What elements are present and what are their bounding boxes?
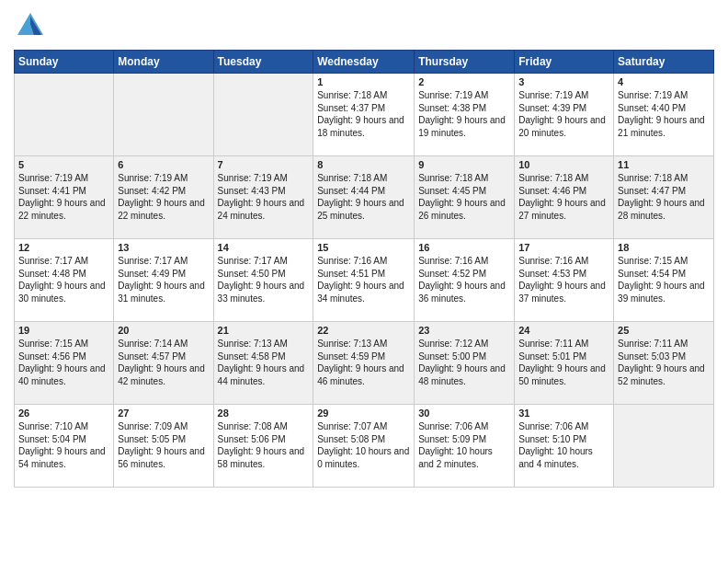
calendar-header-wednesday: Wednesday: [313, 51, 415, 74]
day-info: Sunrise: 7:18 AMSunset: 4:45 PMDaylight:…: [418, 172, 510, 222]
calendar-cell: 28Sunrise: 7:08 AMSunset: 5:06 PMDayligh…: [213, 405, 313, 488]
day-number: 27: [118, 408, 209, 419]
calendar-cell: 24Sunrise: 7:11 AMSunset: 5:01 PMDayligh…: [515, 322, 614, 405]
day-number: 25: [618, 325, 710, 336]
calendar-cell: 8Sunrise: 7:18 AMSunset: 4:44 PMDaylight…: [313, 156, 415, 239]
day-number: 29: [317, 408, 410, 419]
day-number: 4: [618, 76, 710, 87]
day-number: 8: [317, 159, 410, 170]
day-info: Sunrise: 7:16 AMSunset: 4:51 PMDaylight:…: [317, 255, 410, 304]
calendar-cell: 14Sunrise: 7:17 AMSunset: 4:50 PMDayligh…: [213, 239, 313, 322]
calendar-cell: 10Sunrise: 7:18 AMSunset: 4:46 PMDayligh…: [515, 156, 614, 239]
day-info: Sunrise: 7:19 AMSunset: 4:42 PMDaylight:…: [118, 172, 209, 222]
calendar-cell: 25Sunrise: 7:11 AMSunset: 5:03 PMDayligh…: [614, 322, 714, 405]
day-info: Sunrise: 7:10 AMSunset: 5:04 PMDaylight:…: [18, 420, 109, 470]
calendar-cell: 31Sunrise: 7:06 AMSunset: 5:10 PMDayligh…: [515, 405, 614, 488]
day-number: 10: [518, 159, 609, 170]
day-number: 28: [218, 408, 310, 419]
calendar-cell: 18Sunrise: 7:15 AMSunset: 4:54 PMDayligh…: [614, 239, 714, 322]
day-number: 9: [418, 159, 510, 170]
calendar-cell: 3Sunrise: 7:19 AMSunset: 4:39 PMDaylight…: [515, 74, 614, 156]
calendar-cell: 13Sunrise: 7:17 AMSunset: 4:49 PMDayligh…: [114, 239, 213, 322]
day-info: Sunrise: 7:19 AMSunset: 4:40 PMDaylight:…: [618, 89, 710, 139]
calendar-cell: 16Sunrise: 7:16 AMSunset: 4:52 PMDayligh…: [415, 239, 515, 322]
calendar-cell: 11Sunrise: 7:18 AMSunset: 4:47 PMDayligh…: [614, 156, 714, 239]
calendar-header-thursday: Thursday: [415, 51, 515, 74]
calendar-cell: 15Sunrise: 7:16 AMSunset: 4:51 PMDayligh…: [313, 239, 415, 322]
calendar-header-row: SundayMondayTuesdayWednesdayThursdayFrid…: [15, 51, 714, 74]
logo: [14, 9, 52, 42]
day-info: Sunrise: 7:19 AMSunset: 4:43 PMDaylight:…: [218, 172, 310, 222]
day-info: Sunrise: 7:18 AMSunset: 4:44 PMDaylight:…: [317, 172, 410, 222]
day-number: 12: [18, 242, 109, 253]
calendar-cell: [114, 74, 213, 156]
calendar-week-1: 5Sunrise: 7:19 AMSunset: 4:41 PMDaylight…: [15, 156, 714, 239]
calendar-cell: 12Sunrise: 7:17 AMSunset: 4:48 PMDayligh…: [15, 239, 114, 322]
calendar-header-saturday: Saturday: [614, 51, 714, 74]
day-number: 15: [317, 242, 410, 253]
calendar-header-tuesday: Tuesday: [213, 51, 313, 74]
day-info: Sunrise: 7:13 AMSunset: 4:58 PMDaylight:…: [218, 338, 310, 387]
calendar-header-friday: Friday: [515, 51, 614, 74]
day-info: Sunrise: 7:06 AMSunset: 5:10 PMDaylight:…: [518, 420, 609, 470]
day-number: 23: [418, 325, 510, 336]
day-info: Sunrise: 7:18 AMSunset: 4:37 PMDaylight:…: [317, 89, 410, 139]
day-info: Sunrise: 7:06 AMSunset: 5:09 PMDaylight:…: [418, 420, 510, 470]
day-info: Sunrise: 7:17 AMSunset: 4:48 PMDaylight:…: [18, 255, 109, 304]
day-info: Sunrise: 7:15 AMSunset: 4:56 PMDaylight:…: [18, 338, 109, 387]
calendar-cell: 30Sunrise: 7:06 AMSunset: 5:09 PMDayligh…: [415, 405, 515, 488]
day-number: 20: [118, 325, 209, 336]
day-number: 7: [218, 159, 310, 170]
day-info: Sunrise: 7:17 AMSunset: 4:50 PMDaylight:…: [218, 255, 310, 304]
day-info: Sunrise: 7:11 AMSunset: 5:03 PMDaylight:…: [618, 338, 710, 387]
day-info: Sunrise: 7:08 AMSunset: 5:06 PMDaylight:…: [218, 420, 310, 470]
day-number: 30: [418, 408, 510, 419]
calendar-week-0: 1Sunrise: 7:18 AMSunset: 4:37 PMDaylight…: [15, 74, 714, 156]
day-info: Sunrise: 7:12 AMSunset: 5:00 PMDaylight:…: [418, 338, 510, 387]
header: [14, 9, 714, 42]
logo-icon: [14, 9, 47, 42]
day-info: Sunrise: 7:19 AMSunset: 4:39 PMDaylight:…: [518, 89, 609, 139]
day-number: 13: [118, 242, 209, 253]
day-number: 16: [418, 242, 510, 253]
calendar-cell: 5Sunrise: 7:19 AMSunset: 4:41 PMDaylight…: [15, 156, 114, 239]
calendar: SundayMondayTuesdayWednesdayThursdayFrid…: [14, 50, 714, 488]
day-info: Sunrise: 7:19 AMSunset: 4:38 PMDaylight:…: [418, 89, 510, 139]
calendar-cell: [15, 74, 114, 156]
calendar-cell: 29Sunrise: 7:07 AMSunset: 5:08 PMDayligh…: [313, 405, 415, 488]
calendar-cell: 9Sunrise: 7:18 AMSunset: 4:45 PMDaylight…: [415, 156, 515, 239]
day-number: 3: [518, 76, 609, 87]
calendar-cell: 17Sunrise: 7:16 AMSunset: 4:53 PMDayligh…: [515, 239, 614, 322]
day-info: Sunrise: 7:15 AMSunset: 4:54 PMDaylight:…: [618, 255, 710, 304]
day-number: 18: [618, 242, 710, 253]
calendar-cell: 22Sunrise: 7:13 AMSunset: 4:59 PMDayligh…: [313, 322, 415, 405]
day-number: 31: [518, 408, 609, 419]
calendar-cell: 19Sunrise: 7:15 AMSunset: 4:56 PMDayligh…: [15, 322, 114, 405]
day-info: Sunrise: 7:16 AMSunset: 4:52 PMDaylight:…: [418, 255, 510, 304]
day-number: 17: [518, 242, 609, 253]
page: SundayMondayTuesdayWednesdayThursdayFrid…: [0, 0, 728, 563]
calendar-cell: [213, 74, 313, 156]
day-number: 6: [118, 159, 209, 170]
calendar-cell: 1Sunrise: 7:18 AMSunset: 4:37 PMDaylight…: [313, 74, 415, 156]
day-info: Sunrise: 7:16 AMSunset: 4:53 PMDaylight:…: [518, 255, 609, 304]
calendar-cell: [614, 405, 714, 488]
day-number: 14: [218, 242, 310, 253]
day-number: 26: [18, 408, 109, 419]
calendar-cell: 20Sunrise: 7:14 AMSunset: 4:57 PMDayligh…: [114, 322, 213, 405]
day-info: Sunrise: 7:19 AMSunset: 4:41 PMDaylight:…: [18, 172, 109, 222]
calendar-week-3: 19Sunrise: 7:15 AMSunset: 4:56 PMDayligh…: [15, 322, 714, 405]
day-number: 21: [218, 325, 310, 336]
day-info: Sunrise: 7:13 AMSunset: 4:59 PMDaylight:…: [317, 338, 410, 387]
calendar-cell: 4Sunrise: 7:19 AMSunset: 4:40 PMDaylight…: [614, 74, 714, 156]
calendar-header-monday: Monday: [114, 51, 213, 74]
day-info: Sunrise: 7:18 AMSunset: 4:47 PMDaylight:…: [618, 172, 710, 222]
calendar-cell: 2Sunrise: 7:19 AMSunset: 4:38 PMDaylight…: [415, 74, 515, 156]
calendar-cell: 26Sunrise: 7:10 AMSunset: 5:04 PMDayligh…: [15, 405, 114, 488]
day-info: Sunrise: 7:11 AMSunset: 5:01 PMDaylight:…: [518, 338, 609, 387]
day-info: Sunrise: 7:09 AMSunset: 5:05 PMDaylight:…: [118, 420, 209, 470]
calendar-week-4: 26Sunrise: 7:10 AMSunset: 5:04 PMDayligh…: [15, 405, 714, 488]
calendar-cell: 7Sunrise: 7:19 AMSunset: 4:43 PMDaylight…: [213, 156, 313, 239]
day-number: 11: [618, 159, 710, 170]
calendar-cell: 23Sunrise: 7:12 AMSunset: 5:00 PMDayligh…: [415, 322, 515, 405]
